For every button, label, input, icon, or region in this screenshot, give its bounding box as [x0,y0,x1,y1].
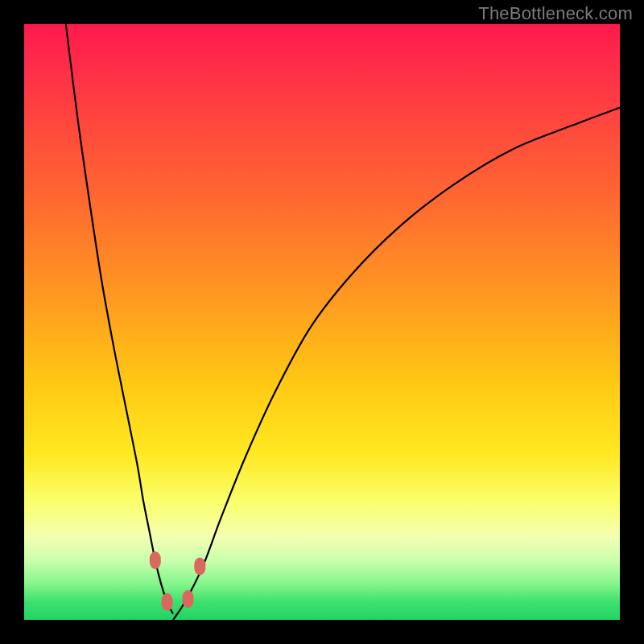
curve-right-branch [173,108,620,620]
marker-left-lower [162,593,173,611]
marker-left-upper [150,551,161,569]
curve-layer [24,24,620,620]
plot-area [24,24,620,620]
marker-right-lower [183,590,194,608]
curve-left-branch [66,24,173,614]
chart-frame: TheBottleneck.com [0,0,644,644]
watermark-text: TheBottleneck.com [478,3,633,24]
marker-right-upper [194,557,205,575]
marker-group [150,551,206,611]
